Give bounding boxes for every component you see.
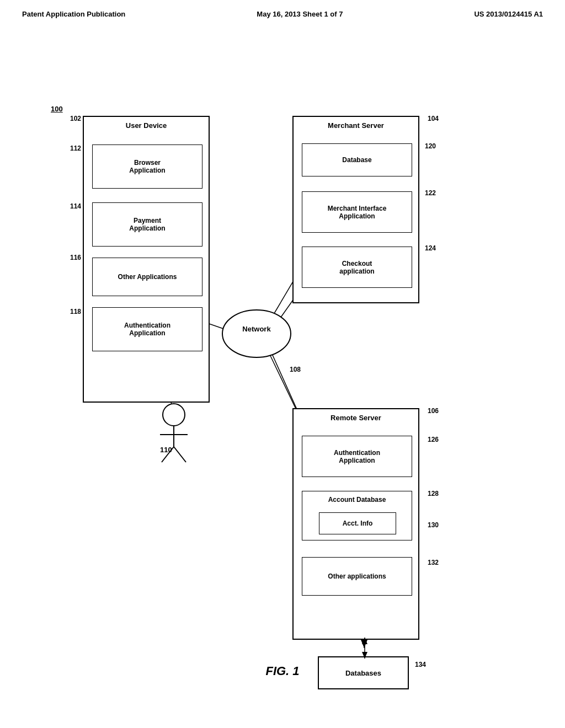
other-apps-label: Other Applications	[118, 273, 177, 281]
ref-128: 128	[428, 490, 439, 497]
network-ellipse: Network	[221, 309, 292, 358]
diagram: 100 User Device BrowserApplication Payme…	[0, 44, 565, 684]
remote-auth-app-label: AuthenticationApplication	[334, 449, 380, 464]
acct-info-label: Acct. Info	[343, 520, 373, 527]
remote-server-box: Remote Server AuthenticationApplication …	[292, 408, 419, 640]
browser-app-box: BrowserApplication	[92, 144, 202, 189]
auth-app-box: AuthenticationApplication	[92, 307, 202, 351]
svg-text:Network: Network	[242, 325, 271, 333]
ref-106: 106	[428, 407, 439, 415]
checkout-app-label: Checkoutapplication	[339, 260, 374, 275]
payment-app-label: PaymentApplication	[129, 217, 165, 232]
payment-app-box: PaymentApplication	[92, 202, 202, 247]
database-box: Database	[302, 143, 412, 176]
ref-130: 130	[428, 521, 439, 529]
ref-110: 110	[160, 446, 172, 454]
ref-126: 126	[428, 436, 439, 443]
svg-point-14	[222, 310, 291, 357]
ref-104: 104	[428, 115, 439, 122]
ref-124: 124	[425, 244, 436, 252]
account-database-label: Account Database	[328, 496, 386, 504]
browser-app-label: BrowserApplication	[129, 159, 165, 174]
remote-other-apps-box: Other applications	[302, 557, 412, 596]
ref-112: 112	[70, 144, 81, 152]
double-arrow	[359, 638, 370, 660]
merchant-server-box: Merchant Server Database Merchant Interf…	[292, 116, 419, 303]
remote-auth-app-box: AuthenticationApplication	[302, 436, 412, 477]
ref-108: 108	[290, 366, 301, 373]
fig-caption: FIG. 1	[265, 664, 299, 678]
user-device-label: User Device	[126, 121, 167, 130]
merchant-server-label: Merchant Server	[328, 121, 384, 130]
ref-116: 116	[70, 254, 81, 261]
svg-line-20	[174, 447, 186, 462]
ref-118: 118	[70, 308, 81, 315]
merchant-interface-label: Merchant InterfaceApplication	[328, 205, 387, 220]
ref-100: 100	[51, 105, 63, 113]
header-right: US 2013/0124415 A1	[474, 10, 543, 18]
remote-other-apps-label: Other applications	[328, 572, 386, 580]
svg-point-16	[163, 404, 185, 426]
ref-120: 120	[425, 142, 436, 150]
header-left: Patent Application Publication	[22, 10, 125, 18]
merchant-interface-box: Merchant InterfaceApplication	[302, 191, 412, 233]
databases-box: Databases	[318, 656, 409, 689]
svg-marker-22	[362, 638, 367, 644]
user-device-box: User Device BrowserApplication PaymentAp…	[83, 116, 210, 403]
svg-marker-23	[362, 652, 367, 659]
header-center: May 16, 2013 Sheet 1 of 7	[257, 10, 343, 18]
ref-132: 132	[428, 559, 439, 566]
database-label: Database	[342, 156, 371, 164]
account-database-box: Account Database Acct. Info	[302, 491, 412, 540]
user-person	[146, 403, 201, 463]
auth-app-label: AuthenticationApplication	[124, 322, 170, 337]
ref-102: 102	[70, 115, 81, 122]
other-apps-box: Other Applications	[92, 258, 202, 296]
remote-server-label: Remote Server	[331, 414, 381, 422]
ref-134: 134	[415, 661, 426, 668]
databases-label: Databases	[345, 669, 381, 677]
acct-info-box: Acct. Info	[319, 512, 396, 534]
ref-122: 122	[425, 189, 436, 197]
checkout-app-box: Checkoutapplication	[302, 247, 412, 288]
page-header: Patent Application Publication May 16, 2…	[0, 0, 565, 18]
ref-114: 114	[70, 202, 81, 210]
